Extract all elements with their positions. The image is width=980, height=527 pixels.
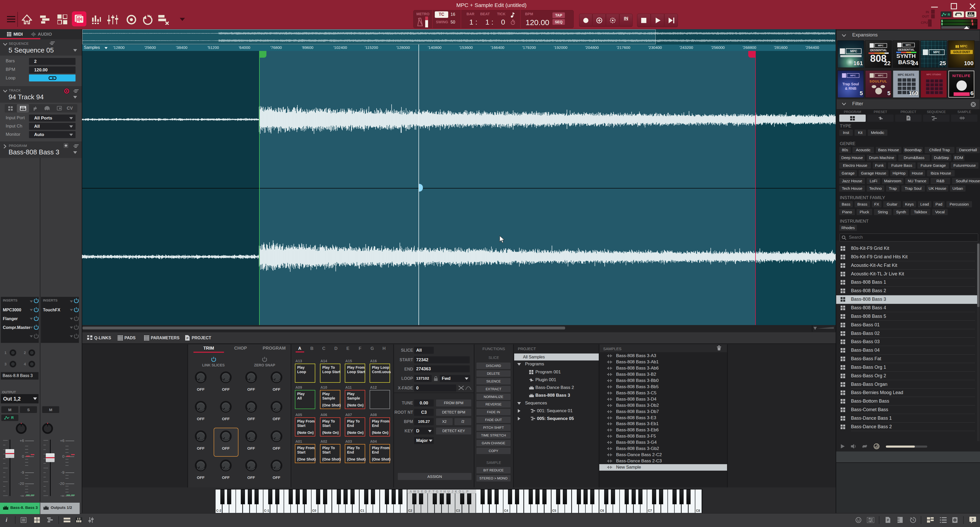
svg-text:P: P xyxy=(186,337,188,340)
svg-text:P: P xyxy=(887,519,889,522)
svg-text:?: ? xyxy=(972,517,974,522)
svg-text:P: P xyxy=(908,117,909,120)
